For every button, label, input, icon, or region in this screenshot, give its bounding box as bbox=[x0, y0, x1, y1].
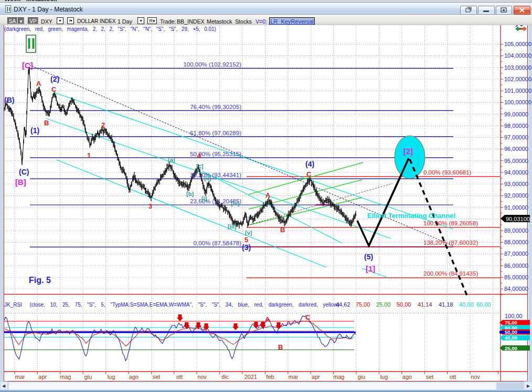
svg-text:[c]: [c] bbox=[196, 163, 204, 169]
svg-text:B: B bbox=[44, 119, 49, 127]
svg-text:3: 3 bbox=[148, 202, 152, 210]
svg-text:nov: nov bbox=[471, 374, 480, 380]
svg-text:95,00000: 95,00000 bbox=[504, 158, 528, 164]
svg-text:100,00% (89,26058): 100,00% (89,26058) bbox=[423, 220, 478, 226]
svg-text:giu: giu bbox=[84, 374, 92, 380]
svg-text:[2]: [2] bbox=[403, 147, 413, 156]
svg-text:91,00000: 91,00000 bbox=[504, 204, 528, 211]
svg-text:100,00% (102,92152): 100,00% (102,92152) bbox=[183, 61, 241, 68]
svg-text:105,00000: 105,00000 bbox=[504, 41, 531, 47]
svg-text:84,00000: 84,00000 bbox=[504, 286, 528, 292]
svg-text:101,00000: 101,00000 bbox=[504, 88, 531, 94]
svg-text:[a]: [a] bbox=[168, 157, 175, 163]
svg-text:Fig. 5: Fig. 5 bbox=[29, 276, 51, 285]
svg-text:C: C bbox=[306, 170, 312, 178]
svg-text:ott: ott bbox=[450, 374, 456, 380]
svg-text:[B]: [B] bbox=[15, 178, 26, 187]
svg-text:1: 1 bbox=[87, 151, 91, 159]
svg-text:2021: 2021 bbox=[244, 374, 257, 380]
svg-text:87,00000: 87,00000 bbox=[504, 251, 528, 257]
svg-text:[ii]: [ii] bbox=[204, 175, 211, 181]
svg-text:JK_RSI (close, 10, 25, 75: JK_RSI (close, 10, 25, 75, "S", 5, "TypM… bbox=[4, 302, 339, 308]
svg-text:B: B bbox=[280, 226, 285, 234]
svg-text:A: A bbox=[265, 191, 271, 199]
svg-text:99,00000: 99,00000 bbox=[504, 111, 528, 117]
svg-text:mag: mag bbox=[333, 374, 344, 380]
svg-text:25,00: 25,00 bbox=[505, 345, 517, 351]
svg-text:[C]: [C] bbox=[22, 61, 33, 70]
svg-text:75,00: 75,00 bbox=[356, 301, 370, 308]
svg-text:0,00% (87,58478): 0,00% (87,58478) bbox=[194, 240, 242, 246]
svg-text:[1]: [1] bbox=[366, 264, 375, 273]
svg-text:100,00000: 100,00000 bbox=[504, 99, 531, 105]
svg-text:ago: ago bbox=[129, 374, 139, 380]
svg-text:50,00: 50,00 bbox=[505, 329, 517, 335]
svg-text:138,20% (87,60032): 138,20% (87,60032) bbox=[423, 239, 478, 246]
svg-text:98,00000: 98,00000 bbox=[504, 123, 528, 129]
svg-text:88,00000: 88,00000 bbox=[504, 239, 528, 245]
svg-text:50,00: 50,00 bbox=[397, 301, 411, 308]
svg-text:96,00000: 96,00000 bbox=[504, 146, 528, 152]
svg-text:44,62: 44,62 bbox=[336, 301, 350, 308]
svg-text:apr: apr bbox=[38, 374, 47, 380]
svg-text:feb: feb bbox=[266, 374, 274, 380]
svg-text:200,00% (84,91435): 200,00% (84,91435) bbox=[423, 270, 478, 277]
svg-text:ago: ago bbox=[402, 374, 412, 380]
svg-text:[i]: [i] bbox=[201, 195, 207, 202]
svg-text:giu: giu bbox=[358, 374, 366, 380]
svg-text:90,03100: 90,03100 bbox=[506, 216, 530, 222]
svg-text:◀: ◀ bbox=[2, 384, 6, 388]
svg-text:41,14: 41,14 bbox=[418, 301, 432, 308]
svg-text:(3): (3) bbox=[242, 243, 251, 252]
svg-text:61,80% (97,06289): 61,80% (97,06289) bbox=[190, 130, 241, 136]
svg-text:B: B bbox=[278, 343, 283, 351]
svg-text:[b]: [b] bbox=[186, 191, 194, 197]
svg-text:lug: lug bbox=[108, 374, 115, 380]
svg-text:(1): (1) bbox=[30, 126, 39, 135]
svg-text:(5): (5) bbox=[364, 253, 373, 261]
svg-text:76,40% (99,30205): 76,40% (99,30205) bbox=[190, 104, 241, 110]
svg-text:40,00: 40,00 bbox=[505, 335, 517, 341]
svg-text:(darkgreen, red, green, mag: (darkgreen, red, green, magenta, 2, 2, 2… bbox=[4, 26, 216, 32]
svg-text:104,00000: 104,00000 bbox=[504, 52, 531, 59]
svg-text:40,00: 40,00 bbox=[459, 301, 474, 308]
svg-text:C: C bbox=[305, 313, 311, 321]
svg-text:103,00000: 103,00000 bbox=[504, 64, 531, 71]
svg-text:(C): (C) bbox=[19, 168, 29, 176]
svg-text:[iv]: [iv] bbox=[231, 200, 240, 206]
svg-text:(B): (B) bbox=[4, 96, 14, 104]
svg-text:set: set bbox=[426, 374, 434, 380]
svg-text:93,00000: 93,00000 bbox=[504, 181, 528, 187]
svg-text:92,00000: 92,00000 bbox=[504, 192, 528, 199]
svg-text:2: 2 bbox=[101, 121, 105, 129]
svg-text:(4): (4) bbox=[305, 160, 314, 168]
svg-text:4: 4 bbox=[197, 152, 201, 160]
svg-text:mar: mar bbox=[289, 374, 299, 380]
svg-text:▶: ▶ bbox=[527, 384, 530, 388]
svg-text:94,00000: 94,00000 bbox=[504, 169, 528, 176]
svg-text:60,00: 60,00 bbox=[476, 301, 491, 308]
svg-text:86,00000: 86,00000 bbox=[504, 263, 528, 269]
svg-text:set: set bbox=[153, 374, 161, 380]
svg-text:nov: nov bbox=[197, 374, 207, 380]
svg-text:mar: mar bbox=[15, 374, 25, 380]
svg-text:25,00: 25,00 bbox=[376, 301, 391, 308]
svg-text:(2): (2) bbox=[50, 75, 59, 83]
svg-text:mag: mag bbox=[60, 374, 71, 380]
svg-text:[iii]: [iii] bbox=[228, 223, 237, 230]
svg-text:97,00000: 97,00000 bbox=[504, 134, 528, 140]
svg-text:5: 5 bbox=[244, 236, 248, 244]
svg-text:Elliott Terminating Channel: Elliott Terminating Channel bbox=[367, 212, 455, 220]
svg-text:apr: apr bbox=[312, 374, 320, 380]
svg-text:41,18: 41,18 bbox=[439, 301, 453, 308]
svg-text:102,00000: 102,00000 bbox=[504, 76, 531, 82]
svg-text:A: A bbox=[36, 80, 41, 88]
svg-text:C: C bbox=[51, 85, 57, 93]
svg-text:0,00% (93,60681): 0,00% (93,60681) bbox=[423, 169, 472, 176]
svg-text:dic: dic bbox=[221, 374, 229, 380]
svg-text:lug: lug bbox=[380, 374, 388, 380]
svg-text:ott: ott bbox=[176, 374, 183, 380]
svg-text:A: A bbox=[265, 315, 270, 323]
svg-text:38,20% (93,44341): 38,20% (93,44341) bbox=[190, 172, 241, 178]
svg-text:85,00000: 85,00000 bbox=[504, 274, 528, 280]
